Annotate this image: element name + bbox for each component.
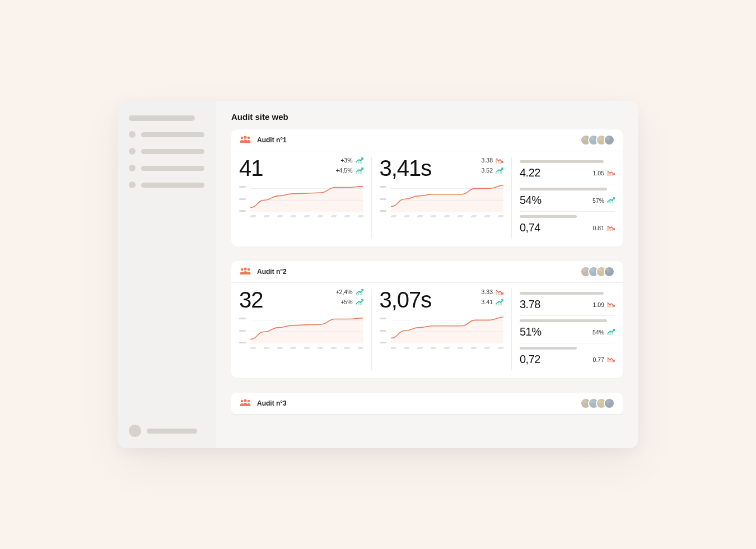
- delta-value: +4,5%: [335, 167, 352, 174]
- trend-up-icon: [356, 168, 363, 174]
- audit-card[interactable]: Audit n°1 41 +3% +4,5%: [231, 129, 623, 246]
- svg-point-28: [241, 268, 244, 271]
- svg-point-58: [244, 399, 246, 402]
- metric-value: 41: [239, 157, 263, 179]
- side-bar: [520, 347, 577, 350]
- delta-row: 3.33: [482, 289, 503, 295]
- trend-up-icon: [356, 157, 363, 164]
- trend-up-icon: [356, 299, 363, 305]
- metric-value: 3,41s: [380, 157, 432, 179]
- trend-up-icon: [356, 289, 363, 295]
- side-bar: [520, 292, 604, 295]
- delta-value: 3.52: [482, 167, 493, 174]
- svg-point-57: [248, 400, 250, 403]
- user-avatar-icon: [129, 425, 141, 437]
- svg-point-29: [248, 268, 250, 271]
- avatar: [604, 266, 615, 277]
- side-metric-small: 1.09: [593, 301, 604, 308]
- metric-panel-b: 3,41s 3.38 3.52: [380, 157, 512, 239]
- side-metric-value: 0,72: [520, 353, 540, 366]
- delta-value: +2,4%: [335, 289, 352, 295]
- svg-point-30: [244, 267, 246, 270]
- main-content: Audit site web Audit n°1 41 +3%: [216, 101, 638, 448]
- trend-up-icon: [496, 168, 503, 174]
- delta-row: +3%: [340, 157, 363, 164]
- side-bar: [520, 215, 577, 218]
- side-metrics: 4.22 1.05 54% 57%: [520, 157, 615, 239]
- delta-row: 3.41: [482, 299, 503, 305]
- sidebar-item[interactable]: [129, 182, 204, 188]
- side-metric-small: 54%: [592, 329, 604, 336]
- sparkline-chart: [380, 183, 504, 222]
- side-bar: [520, 188, 607, 190]
- sidebar-user[interactable]: [129, 425, 204, 437]
- avatar: [604, 134, 615, 146]
- trend-up-icon: [607, 197, 615, 203]
- side-metric-row: 51% 54%: [520, 316, 615, 343]
- side-bar: [520, 160, 604, 163]
- svg-point-56: [241, 400, 244, 403]
- sidebar-title-placeholder: [129, 115, 195, 121]
- audit-card-header: Audit n°2: [231, 261, 623, 283]
- audit-card-header: Audit n°1: [231, 129, 623, 151]
- side-metric-small: 0.77: [593, 356, 604, 363]
- app-window: Audit site web Audit n°1 41 +3%: [118, 101, 638, 448]
- side-metric-row: 3.78 1.09: [520, 289, 615, 316]
- metric-panel-a: 32 +2,4% +5%: [239, 289, 372, 370]
- delta-row: +4,5%: [335, 167, 363, 174]
- team-icon: [239, 399, 251, 408]
- side-metric-value: 0,74: [520, 221, 540, 234]
- metric-value: 32: [239, 289, 263, 311]
- audit-card[interactable]: Audit n°2 32 +2,4% +5%: [231, 261, 623, 378]
- avatar-stack[interactable]: [580, 266, 615, 277]
- trend-up-icon: [607, 329, 615, 335]
- audit-title: Audit n°1: [257, 136, 287, 144]
- trend-up-icon: [496, 299, 503, 305]
- trend-down-icon: [607, 170, 615, 176]
- metric-panel-a: 41 +3% +4,5%: [239, 157, 372, 239]
- team-icon: [239, 267, 251, 276]
- delta-value: 3.38: [482, 157, 493, 164]
- side-metric-value: 3.78: [520, 298, 540, 311]
- avatar-stack[interactable]: [580, 398, 615, 409]
- svg-point-2: [244, 136, 246, 138]
- delta-row: +5%: [340, 299, 363, 305]
- side-metric-row: 0,74 0.81: [520, 212, 615, 239]
- side-bar: [520, 319, 607, 322]
- side-metric-row: 54% 57%: [520, 184, 615, 212]
- metric-panel-b: 3,07s 3.33 3.41: [380, 289, 512, 370]
- team-icon: [239, 136, 251, 145]
- svg-point-1: [248, 137, 250, 139]
- side-metric-small: 0.81: [593, 225, 604, 231]
- side-metric-value: 4.22: [520, 166, 540, 179]
- delta-value: +5%: [340, 299, 352, 305]
- sparkline-chart: [239, 314, 363, 353]
- delta-row: +2,4%: [335, 289, 363, 295]
- side-metric-value: 51%: [520, 325, 542, 338]
- audit-card[interactable]: Audit n°3: [231, 393, 623, 415]
- delta-value: 3.33: [482, 289, 493, 295]
- sidebar-item[interactable]: [129, 148, 204, 155]
- side-metric-value: 54%: [520, 194, 542, 207]
- sidebar-item[interactable]: [129, 165, 204, 171]
- avatar-stack[interactable]: [580, 134, 615, 146]
- trend-down-icon: [496, 157, 503, 164]
- page-title: Audit site web: [231, 112, 623, 122]
- trend-down-icon: [496, 289, 503, 295]
- sidebar-item[interactable]: [129, 131, 204, 138]
- side-metric-small: 1.05: [593, 170, 604, 176]
- audit-title: Audit n°2: [257, 268, 287, 276]
- delta-value: 3.41: [482, 299, 493, 305]
- side-metric-row: 4.22 1.05: [520, 157, 615, 184]
- side-metric-row: 0,72 0.77: [520, 343, 615, 370]
- user-name-placeholder: [147, 429, 197, 434]
- side-metric-small: 57%: [592, 197, 604, 204]
- trend-down-icon: [607, 356, 615, 362]
- svg-point-0: [241, 137, 244, 139]
- sparkline-chart: [380, 314, 504, 353]
- metric-value: 3,07s: [380, 289, 432, 311]
- trend-down-icon: [607, 301, 615, 308]
- audit-card-header: Audit n°3: [231, 393, 623, 415]
- delta-value: +3%: [340, 157, 352, 164]
- delta-row: 3.52: [482, 167, 503, 174]
